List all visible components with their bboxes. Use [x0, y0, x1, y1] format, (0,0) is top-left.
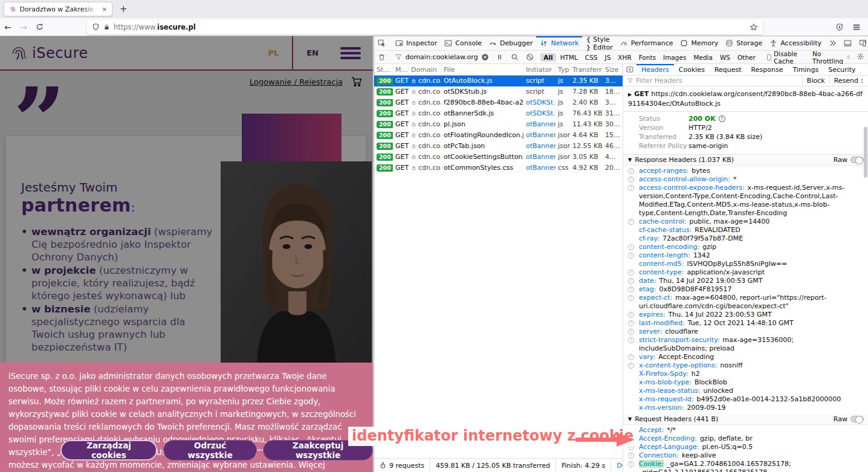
lock-icon[interactable] — [103, 24, 110, 31]
header-line[interactable]: ?x-ms-request-idb4952d0e-a01e-0014-2132-… — [623, 395, 868, 404]
split-console-icon[interactable] — [840, 39, 855, 47]
url-filter-input[interactable]: domain:cookielaw.org — [392, 53, 489, 61]
raw-toggle[interactable] — [850, 416, 864, 422]
column-header[interactable]: File — [441, 64, 523, 75]
network-settings-gear-icon[interactable] — [857, 53, 868, 62]
raw-toggle[interactable] — [850, 157, 864, 163]
column-header[interactable]: Domain — [409, 64, 441, 75]
details-tab[interactable]: Request — [710, 64, 747, 75]
header-line[interactable]: ?Accept-Languagepl,en-US;q=0.5 — [623, 443, 868, 451]
header-line[interactable]: ?content-encodinggzip — [623, 243, 868, 251]
header-help-icon[interactable]: ? — [628, 168, 634, 174]
header-line[interactable]: ?accept-rangesbytes — [623, 167, 868, 175]
header-line[interactable]: ?Connectionkeep-alive — [623, 451, 868, 460]
tab-style-editor[interactable]: { } Style Editor — [582, 36, 616, 50]
header-help-icon[interactable]: ? — [628, 329, 634, 335]
request-row[interactable]: 200 GET cdn.co… otCommonStyles.css otBan… — [374, 163, 623, 173]
header-line[interactable]: ?cf-cache-statusREVALIDATED — [623, 226, 868, 234]
header-help-icon[interactable]: ? — [628, 320, 634, 326]
header-line[interactable]: ?Accept*/* — [623, 426, 868, 435]
details-tab[interactable]: Security — [823, 64, 860, 75]
header-line[interactable]: ?access-control-allow-origin* — [623, 175, 868, 184]
header-help-icon[interactable]: ? — [628, 453, 634, 459]
header-help-icon[interactable]: ? — [628, 270, 634, 276]
request-row[interactable]: 200 GET cdn.co… otCookieSettingsButton.j… — [374, 152, 623, 163]
header-help-icon[interactable]: ? — [628, 253, 634, 259]
throttling-dropdown[interactable]: No Throttling — [808, 50, 855, 65]
block-request-icon[interactable] — [522, 53, 537, 61]
tab-inspector[interactable]: Inspector — [392, 36, 441, 50]
bookmark-star-icon[interactable] — [750, 23, 758, 31]
filter-pill[interactable]: Images — [660, 53, 689, 62]
details-tab[interactable]: Cookies — [674, 64, 710, 75]
request-row[interactable]: 200 GET cdn.co… otBannerSdk.js otSDKSt… … — [374, 108, 623, 119]
header-line[interactable]: ?varyAccept-Encoding — [623, 353, 868, 361]
status-help-icon[interactable]: ? — [719, 115, 725, 122]
filter-pill[interactable]: HTML — [557, 53, 581, 62]
details-scrollbar-thumb[interactable] — [864, 127, 867, 178]
filter-pill[interactable]: All — [540, 53, 555, 62]
header-line[interactable]: ?content-md5lSVHQDp8yLpS5h8SniPgIw== — [623, 260, 868, 268]
request-row[interactable]: 200 GET cdn.co… otPcTab.json otBanner… j… — [374, 141, 623, 152]
domcontentloaded-time[interactable]: DOMContentLoaded: — [611, 459, 623, 472]
url-bar[interactable]: https://www.isecure.pl — [87, 20, 763, 34]
header-line[interactable]: ?x-ms-version2009-09-19 — [623, 404, 868, 412]
cookie-banner-button[interactable]: Zarządzaj cookies — [60, 440, 157, 461]
column-header[interactable]: Type — [555, 64, 570, 75]
block-button[interactable]: Block — [802, 76, 829, 86]
header-help-icon[interactable]: ? — [628, 176, 634, 183]
filter-pill[interactable]: Fonts — [636, 53, 659, 62]
browser-tab[interactable]: Doradztwo w Zakresie Ochrony Danych × — [4, 2, 112, 16]
clear-filter-icon[interactable] — [481, 53, 489, 61]
header-help-icon[interactable]: ? — [628, 295, 634, 301]
response-headers-section-header[interactable]: ▼ Response Headers (1.037 KB) Raw — [623, 155, 868, 166]
disable-cache-label[interactable]: Disable Cache — [774, 50, 805, 65]
pause-traffic-icon[interactable] — [492, 53, 507, 61]
details-tab[interactable]: Headers — [636, 64, 674, 75]
header-line[interactable]: ?x-ms-blob-typeBlockBlob — [623, 378, 868, 387]
filter-pill[interactable]: CSS — [582, 53, 601, 62]
lang-pl-button[interactable]: PL — [254, 48, 292, 57]
header-line[interactable]: ?cache-controlpublic, max-age=14400 — [623, 218, 868, 226]
menu-hamburger-icon[interactable] — [852, 23, 861, 31]
header-line[interactable]: ?Cookie_ga=GA1.2.704861004.1657825178; _… — [623, 460, 868, 472]
tab-console[interactable]: Console — [441, 36, 485, 50]
header-help-icon[interactable]: ? — [628, 286, 634, 293]
request-row[interactable]: 200 GET cdn.co… pl.json otBanner… js 11.… — [374, 119, 623, 130]
resend-button[interactable]: Resend — [829, 76, 868, 86]
forward-button[interactable]: → — [16, 22, 31, 32]
header-help-icon[interactable]: ? — [628, 461, 634, 467]
cart-icon[interactable] — [350, 76, 363, 88]
tab-memory[interactable]: Memory — [676, 36, 722, 50]
request-headers-section-header[interactable]: ▼ Request Headers (441 B) Raw — [623, 414, 868, 425]
header-help-icon[interactable]: ? — [628, 244, 634, 250]
header-line[interactable]: ?content-typeapplication/x-javascript — [623, 268, 868, 277]
header-help-icon[interactable]: ? — [628, 219, 634, 225]
request-row[interactable]: 200 GET cdn.co… otFloatingRoundedIcon.js… — [374, 130, 623, 141]
tab-close-icon[interactable]: × — [102, 6, 107, 13]
column-header[interactable]: Initiator — [523, 64, 555, 75]
responsive-design-icon[interactable] — [855, 39, 868, 47]
back-button[interactable]: ← — [0, 22, 16, 32]
header-line[interactable]: ?servercloudflare — [623, 328, 868, 336]
tab-debugger[interactable]: Debugger — [485, 36, 536, 50]
clear-requests-trash-icon[interactable] — [374, 53, 389, 61]
search-icon[interactable] — [507, 53, 522, 61]
header-help-icon[interactable]: ? — [628, 363, 634, 369]
header-line[interactable]: ?Accept-Encodinggzip, deflate, br — [623, 435, 868, 443]
request-row[interactable]: 200 GET cdn.co… f2890bc8-88eb-4bac-a266-… — [374, 97, 623, 108]
header-line[interactable]: ?strict-transport-securitymax-age=315360… — [623, 336, 868, 353]
header-line[interactable]: ?x-content-type-optionsnosniff — [623, 361, 868, 370]
header-help-icon[interactable]: ? — [628, 185, 634, 191]
header-line[interactable]: ?dateThu, 14 Jul 2022 19:00:53 GMT — [623, 277, 868, 285]
details-tab[interactable]: Timings — [788, 64, 823, 75]
tab-storage[interactable]: Storage — [722, 36, 766, 50]
header-help-icon[interactable]: ? — [628, 312, 634, 318]
request-row[interactable]: 200 GET cdn.co… OtAutoBlock.js script js… — [374, 76, 623, 86]
header-line[interactable]: ?last-modifiedTue, 12 Oct 2021 14:48:10 … — [623, 319, 868, 328]
header-help-icon[interactable]: ? — [628, 337, 634, 343]
header-help-icon[interactable]: ? — [628, 278, 634, 284]
header-line[interactable]: ?expect-ctmax-age=604800, report-uri="ht… — [623, 294, 868, 311]
toggle-request-list-icon[interactable] — [623, 64, 636, 75]
column-header[interactable]: Size — [603, 64, 623, 75]
